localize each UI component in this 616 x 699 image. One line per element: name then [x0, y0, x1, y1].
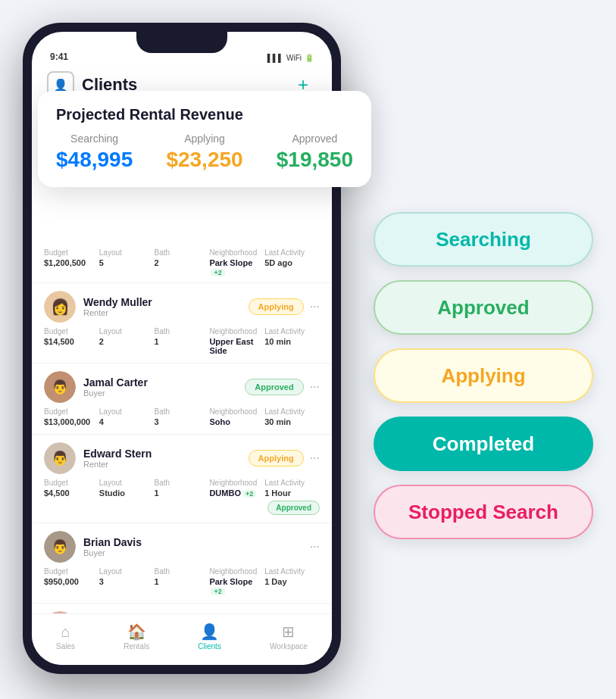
pill-approved-label: Approved: [437, 296, 529, 320]
client-row-jamal[interactable]: 👨 Jamal Carter Buyer Approved ···: [32, 364, 332, 435]
detail-neighborhood-col: Neighborhood Park Slope+2: [209, 248, 264, 276]
detail-bath-col: Bath 2: [155, 248, 210, 276]
rentals-icon: 🏠: [127, 623, 146, 641]
revenue-title: Projected Rental Revenue: [56, 106, 353, 123]
more-options-btn-edward[interactable]: ···: [310, 451, 320, 465]
signal-icon: ▌▌▌: [267, 54, 283, 62]
revenue-stat-applying: Applying $23,250: [166, 133, 242, 172]
battery-icon: 🔋: [305, 54, 314, 62]
client-details-brian: Budget $950,000 Layout 3 Bath 1 Neighb: [44, 567, 320, 595]
nav-clients[interactable]: 👤 Clients: [198, 623, 221, 651]
pill-completed: Completed: [374, 417, 593, 471]
stat-value-applying: $23,250: [166, 148, 242, 172]
partial-client-row: Budget $1,200,500 Layout 5 Bath 2 Neig: [32, 244, 332, 283]
more-options-btn-brian[interactable]: ···: [310, 540, 320, 554]
nav-workspace-label: Workspace: [270, 642, 308, 651]
stat-value-searching: $48,995: [56, 148, 133, 172]
revenue-card: Projected Rental Revenue Searching $48,9…: [38, 91, 371, 187]
client-details-jamal: Budget $13,000,000 Layout 4 Bath 3 Nei: [44, 407, 320, 426]
detail-activity-col: Last Activity 5D ago: [264, 248, 320, 276]
nav-rentals-label: Rentals: [124, 642, 149, 651]
revenue-stat-searching: Searching $48,995: [56, 133, 133, 172]
clients-nav-icon: 👤: [200, 623, 219, 641]
client-row-edward[interactable]: 👨 Edward Stern Renter Applying ···: [32, 435, 332, 523]
detail-layout-col: Layout 5: [99, 248, 155, 276]
stat-label-searching: Searching: [56, 133, 133, 145]
revenue-stats: Searching $48,995 Applying $23,250 Appro…: [56, 133, 353, 172]
client-info-jamal: Jamal Carter Buyer: [83, 376, 148, 398]
avatar-brian: 👨: [44, 531, 76, 563]
stat-value-approved: $19,850: [277, 148, 353, 172]
client-left: 👩 Wendy Muller Renter: [44, 291, 152, 323]
pill-applying: Applying: [374, 348, 593, 403]
nav-workspace[interactable]: ⊞ Workspace: [270, 623, 308, 651]
pill-completed-label: Completed: [433, 432, 534, 456]
avatar-wendy: 👩: [44, 291, 76, 323]
client-row-wendy[interactable]: 👩 Wendy Muller Renter Applying ···: [32, 283, 332, 364]
status-time: 9:41: [50, 51, 68, 62]
client-info-brian: Brian Davis Buyer: [83, 536, 142, 557]
client-header-edward: 👨 Edward Stern Renter Applying ···: [44, 442, 320, 474]
pill-searching-label: Searching: [436, 228, 531, 251]
client-header: 👩 Wendy Muller Renter Applying ···: [44, 291, 320, 323]
client-header-brian: 👨 Brian Davis Buyer ···: [44, 531, 320, 563]
client-details-edward: Budget $4,500 Layout Studio Bath 1 Nei: [44, 479, 320, 498]
workspace-icon: ⊞: [282, 623, 295, 641]
scene: 9:41 ▌▌▌ WiFi 🔋 👤 Clients +: [0, 0, 616, 699]
pill-searching: Searching: [374, 212, 593, 267]
nav-sales-label: Sales: [56, 642, 75, 651]
nav-sales[interactable]: ⌂ Sales: [56, 623, 75, 651]
sales-icon: ⌂: [61, 623, 70, 641]
more-options-btn-jamal[interactable]: ···: [310, 380, 320, 394]
revenue-stat-approved: Approved $19,850: [277, 133, 353, 172]
pill-applying-label: Applying: [441, 364, 525, 388]
avatar-jamal: 👨: [44, 371, 76, 403]
client-right-wendy: Applying ···: [249, 298, 320, 315]
pill-stopped-label: Stopped Search: [408, 501, 558, 524]
bottom-nav: ⌂ Sales 🏠 Rentals 👤 Clients ⊞ Workspace: [32, 613, 332, 665]
nav-clients-label: Clients: [198, 642, 221, 651]
wifi-icon: WiFi: [286, 54, 302, 62]
avatar-edward: 👨: [44, 442, 76, 474]
stat-label-approved: Approved: [277, 133, 353, 145]
client-header-jamal: 👨 Jamal Carter Buyer Approved ···: [44, 371, 320, 403]
stat-label-applying: Applying: [166, 133, 242, 145]
client-info-edward: Edward Stern Renter: [83, 448, 152, 469]
status-badge-approved: Approved: [245, 379, 303, 395]
client-list: Budget $1,200,500 Layout 5 Bath 2 Neig: [32, 244, 332, 619]
more-options-btn[interactable]: ···: [310, 300, 320, 314]
detail-budget-col: Budget $1,200,500: [44, 248, 99, 276]
approved-badge-edward: Approved: [267, 501, 320, 515]
nav-rentals[interactable]: 🏠 Rentals: [124, 623, 149, 651]
status-badge-applying-edward: Applying: [249, 450, 304, 467]
phone-notch: [136, 32, 227, 53]
pill-stopped: Stopped Search: [374, 485, 593, 539]
status-icons: ▌▌▌ WiFi 🔋: [267, 54, 314, 62]
client-details-wendy: Budget $14,500 Layout 2 Bath 1 Neighbo: [44, 327, 320, 355]
status-pills-container: Searching Approved Applying Completed St…: [374, 212, 593, 539]
client-row-brian[interactable]: 👨 Brian Davis Buyer ···: [32, 523, 332, 604]
client-info-wendy: Wendy Muller Renter: [83, 296, 152, 317]
pill-approved: Approved: [374, 280, 593, 335]
status-badge-applying: Applying: [249, 298, 304, 315]
partial-details: Budget $1,200,500 Layout 5 Bath 2 Neig: [44, 248, 320, 276]
clients-icon: 👤: [53, 78, 68, 92]
